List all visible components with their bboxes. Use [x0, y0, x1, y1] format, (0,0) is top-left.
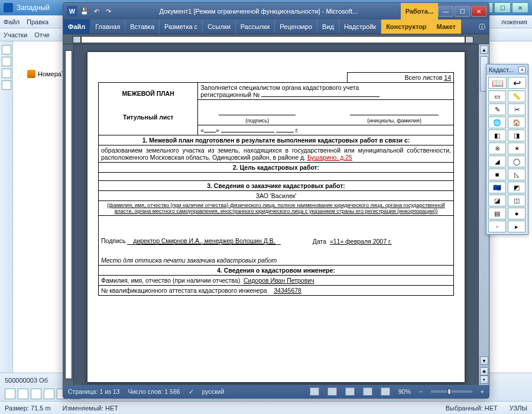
word-minimize-button[interactable]: —	[438, 6, 453, 17]
cadastre-tool-panel[interactable]: Кадаст... ✕ 📖 ↩ ▭ 📏 ✎ ✂ 🌐 🏠 ◧ ◨ ※ ✶ ◢ ◯ …	[486, 64, 528, 235]
panel-tool-9[interactable]: ◨	[508, 130, 525, 141]
panel-tool-15[interactable]: ◺	[508, 169, 525, 180]
cadastre-panel-title: Кадаст...	[489, 66, 514, 73]
zoom-out-icon[interactable]: −	[419, 388, 423, 395]
panel-tool-22[interactable]: ◦	[488, 221, 506, 232]
tab-review[interactable]: Рецензиро	[275, 20, 317, 34]
panel-tool-4[interactable]: ✎	[488, 104, 506, 115]
cadastre-panel-close-icon[interactable]: ✕	[518, 66, 525, 73]
gis-status-selected: Выбранный: НЕТ	[446, 405, 498, 412]
doc-subtitle: Титульный лист	[123, 114, 174, 121]
tab-mailings[interactable]: Рассылки	[236, 20, 275, 34]
gis-menu-right[interactable]: ложения	[501, 18, 532, 25]
scroll-down-icon[interactable]: ▼	[480, 357, 488, 365]
gis-bottom-tool-1[interactable]	[5, 389, 15, 399]
zoom-slider[interactable]	[431, 390, 472, 393]
panel-tool-book-icon[interactable]: 📖	[488, 77, 507, 89]
folder-icon	[27, 70, 35, 78]
doc-section-3-header: 3. Сведения о заказчике кадастровых рабо…	[99, 181, 454, 191]
panel-tool-undo-icon[interactable]: ↩	[508, 77, 526, 89]
gis-tool-arrow-icon[interactable]	[2, 45, 11, 54]
word-page-area[interactable]: Всего листов 14 МЕЖЕВОЙ ПЛАН Титульный л…	[74, 44, 478, 385]
undo-icon[interactable]: ↶	[92, 7, 101, 16]
status-zoom-value[interactable]: 90%	[398, 388, 411, 395]
doc-section-2-header: 2. Цель кадастровых работ:	[99, 163, 454, 173]
status-page[interactable]: Страница: 1 из 13	[68, 388, 119, 395]
tab-view[interactable]: Вид	[317, 20, 339, 34]
tab-home[interactable]: Главная	[90, 20, 125, 34]
gis-maximize-button[interactable]: ☐	[494, 2, 511, 13]
gis-statusbar: Размер: 71.5 m Изменяемый: НЕТ Выбранный…	[0, 401, 532, 414]
tab-table-layout[interactable]: Макет	[432, 20, 461, 34]
ruler-right-margin[interactable]	[465, 36, 473, 43]
cadastre-tool-grid: ▭ 📏 ✎ ✂ 🌐 🏠 ◧ ◨ ※ ✶ ◢ ◯ ■ ◺ 🇪🇺 ◩ ◪ ◫ ▤ ●…	[486, 89, 528, 234]
view-outline-icon[interactable]	[363, 387, 372, 396]
word-app-icon: W	[67, 6, 77, 17]
gis-left-toolbar[interactable]	[0, 41, 13, 401]
panel-tool-23[interactable]: ▸	[508, 221, 525, 232]
scroll-nav[interactable]: ◉▾	[480, 367, 488, 384]
gis-bottom-tool-3[interactable]	[31, 389, 41, 399]
gis-menu-parcels[interactable]: Участки	[4, 31, 27, 38]
panel-tool-2[interactable]: ▭	[488, 90, 506, 102]
zoom-in-icon[interactable]: +	[481, 388, 484, 395]
panel-tool-7[interactable]: 🏠	[508, 117, 525, 128]
redo-icon[interactable]: ↷	[103, 7, 113, 16]
word-maximize-button[interactable]: ☐	[455, 6, 470, 17]
gis-bottom-tool-2[interactable]	[18, 389, 28, 399]
view-web-icon[interactable]	[345, 387, 355, 396]
tab-file[interactable]: Файл	[63, 20, 90, 34]
gis-status-nodes: УЗЛЫ	[510, 405, 527, 412]
status-proof-icon[interactable]: ✓	[189, 388, 194, 395]
word-close-button[interactable]: ✕	[471, 6, 486, 17]
panel-tool-8[interactable]: ◧	[488, 130, 506, 141]
ruler-strip[interactable]	[81, 36, 465, 43]
gis-tool-point-icon[interactable]	[2, 80, 11, 90]
gis-bottom-tool-4[interactable]	[44, 389, 54, 399]
panel-tool-18[interactable]: ◪	[488, 195, 506, 206]
tab-layout[interactable]: Разметка с	[160, 20, 203, 34]
status-language[interactable]: русский	[202, 388, 225, 395]
panel-tool-13[interactable]: ◯	[508, 156, 525, 167]
word-ribbon-tabs[interactable]: Файл Главная Вставка Разметка с Ссылки Р…	[63, 20, 489, 34]
panel-tool-5[interactable]: ✂	[508, 104, 525, 115]
word-titlebar[interactable]: W 💾 ↶ ↷ Документ1 [Режим ограниченной фу…	[63, 3, 489, 20]
panel-tool-12[interactable]: ◢	[488, 156, 506, 167]
view-print-layout-icon[interactable]	[310, 387, 319, 396]
gis-status-editable: Изменяемый: НЕТ	[63, 405, 119, 412]
gis-tool-line-icon[interactable]	[2, 69, 11, 78]
panel-tool-16[interactable]: 🇪🇺	[488, 182, 506, 193]
gis-bottom-code: 500000003 Об	[5, 377, 48, 384]
panel-tool-20[interactable]: ▤	[488, 208, 506, 219]
tab-addins[interactable]: Надстройк	[339, 20, 381, 34]
word-vertical-ruler[interactable]	[63, 44, 74, 385]
panel-tool-14[interactable]: ■	[488, 169, 506, 180]
panel-tool-10[interactable]: ※	[488, 143, 506, 154]
panel-tool-17[interactable]: ◩	[508, 182, 525, 193]
save-icon[interactable]: 💾	[80, 7, 89, 16]
document-page[interactable]: Всего листов 14 МЕЖЕВОЙ ПЛАН Титульный л…	[87, 51, 465, 383]
gis-close-button[interactable]: ✕	[512, 2, 528, 13]
tab-design[interactable]: Конструктор	[381, 20, 432, 34]
word-statusbar[interactable]: Страница: 1 из 13 Число слов: 1 586 ✓ ру…	[63, 385, 489, 398]
panel-tool-3[interactable]: 📏	[508, 90, 525, 102]
scroll-up-icon[interactable]: ▲	[480, 46, 488, 54]
panel-tool-21[interactable]: ●	[508, 208, 525, 219]
word-horizontal-ruler[interactable]	[63, 34, 489, 44]
ribbon-help[interactable]: ⓘ	[475, 20, 489, 34]
gis-tool-rect-icon[interactable]	[2, 57, 11, 66]
view-draft-icon[interactable]	[381, 387, 390, 396]
gis-menu-file[interactable]: Файл	[4, 18, 20, 25]
ruler-left-margin[interactable]	[73, 36, 81, 43]
view-reading-icon[interactable]	[327, 387, 337, 396]
tab-insert[interactable]: Вставка	[125, 20, 160, 34]
tab-references[interactable]: Ссылки	[203, 20, 236, 34]
gis-title: Западный	[17, 4, 50, 12]
panel-tool-11[interactable]: ✶	[508, 143, 525, 154]
panel-tool-6[interactable]: 🌐	[488, 117, 506, 128]
status-words[interactable]: Число слов: 1 586	[128, 388, 180, 395]
word-quick-access[interactable]: W 💾 ↶ ↷	[63, 6, 116, 17]
panel-tool-19[interactable]: ◫	[508, 195, 525, 206]
gis-menu-edit[interactable]: Правка	[27, 18, 48, 25]
gis-menu-reports[interactable]: Отче	[34, 31, 49, 38]
